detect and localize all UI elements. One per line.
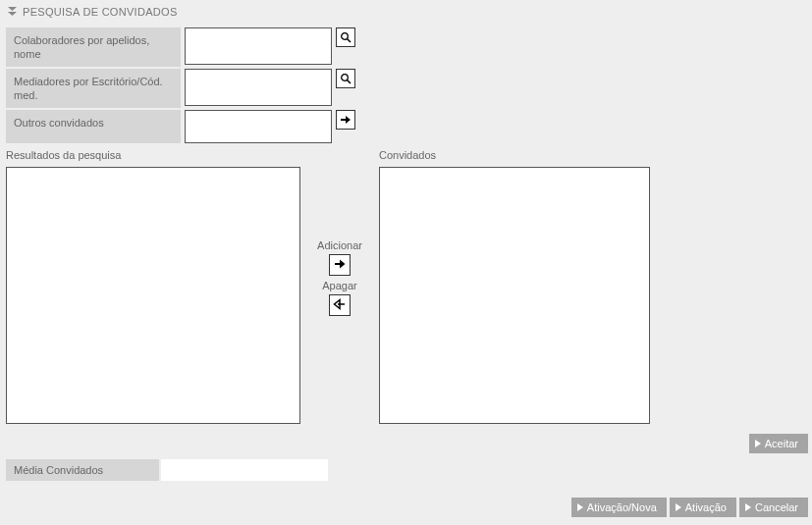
caret-right-icon xyxy=(577,503,583,511)
guests-label: Convidados xyxy=(379,149,650,161)
avg-label: Média Convidados xyxy=(6,459,159,481)
others-label: Outros convidados xyxy=(6,110,181,143)
svg-point-2 xyxy=(342,75,349,81)
lists-area: Resultados da pesquisa Adicionar Apagar … xyxy=(0,145,812,424)
results-listbox[interactable] xyxy=(6,167,300,424)
others-row: Outros convidados xyxy=(6,110,806,143)
transfer-controls: Adicionar Apagar xyxy=(300,237,379,318)
search-icon xyxy=(340,73,352,84)
section-header[interactable]: PESQUISA DE CONVIDADOS xyxy=(0,0,812,24)
mediators-label: Mediadores por Escritório/Cód. med. xyxy=(6,69,181,108)
activation-new-label: Ativação/Nova xyxy=(587,501,657,513)
footer-buttons: Ativação/Nova Ativação Cancelar xyxy=(565,492,812,523)
arrow-right-icon xyxy=(333,257,347,273)
collaborators-row: Colaboradores por apelidos, nome xyxy=(6,27,806,67)
avg-row: Média Convidados xyxy=(0,457,812,483)
guests-column: Convidados xyxy=(379,149,650,424)
accept-label: Aceitar xyxy=(765,438,798,449)
remove-label: Apagar xyxy=(322,280,356,291)
activation-button[interactable]: Ativação xyxy=(670,498,736,517)
collaborators-label: Colaboradores por apelidos, nome xyxy=(6,27,181,67)
search-icon xyxy=(340,31,352,43)
others-input[interactable] xyxy=(185,110,332,143)
collapse-icon xyxy=(8,7,17,17)
collaborators-search-button[interactable] xyxy=(336,27,355,47)
avg-input[interactable] xyxy=(161,459,328,481)
svg-line-1 xyxy=(348,39,352,43)
others-add-button[interactable] xyxy=(336,110,355,130)
guests-listbox[interactable] xyxy=(379,167,650,424)
add-button[interactable] xyxy=(329,254,351,276)
arrow-left-icon xyxy=(333,297,347,313)
mediators-row: Mediadores por Escritório/Cód. med. xyxy=(6,69,806,108)
caret-right-icon xyxy=(745,503,751,511)
activation-label: Ativação xyxy=(685,501,727,513)
accept-row: Aceitar xyxy=(0,424,812,457)
svg-line-3 xyxy=(348,80,352,84)
add-label: Adicionar xyxy=(317,239,362,251)
activation-new-button[interactable]: Ativação/Nova xyxy=(571,498,667,517)
guest-search-panel: PESQUISA DE CONVIDADOS Colaboradores por… xyxy=(0,0,812,525)
accept-button[interactable]: Aceitar xyxy=(749,434,808,453)
search-form: Colaboradores por apelidos, nome Mediado… xyxy=(0,24,812,143)
mediators-input[interactable] xyxy=(185,69,332,106)
results-label: Resultados da pesquisa xyxy=(6,149,300,161)
caret-right-icon xyxy=(676,503,681,511)
cancel-label: Cancelar xyxy=(755,501,798,513)
svg-point-0 xyxy=(342,33,349,40)
remove-button[interactable] xyxy=(329,294,351,316)
results-column: Resultados da pesquisa xyxy=(6,149,300,424)
cancel-button[interactable]: Cancelar xyxy=(739,498,808,517)
collaborators-input[interactable] xyxy=(185,27,332,65)
section-title: PESQUISA DE CONVIDADOS xyxy=(23,6,178,18)
arrow-right-icon xyxy=(340,114,352,126)
caret-right-icon xyxy=(755,440,761,447)
mediators-search-button[interactable] xyxy=(336,69,355,88)
